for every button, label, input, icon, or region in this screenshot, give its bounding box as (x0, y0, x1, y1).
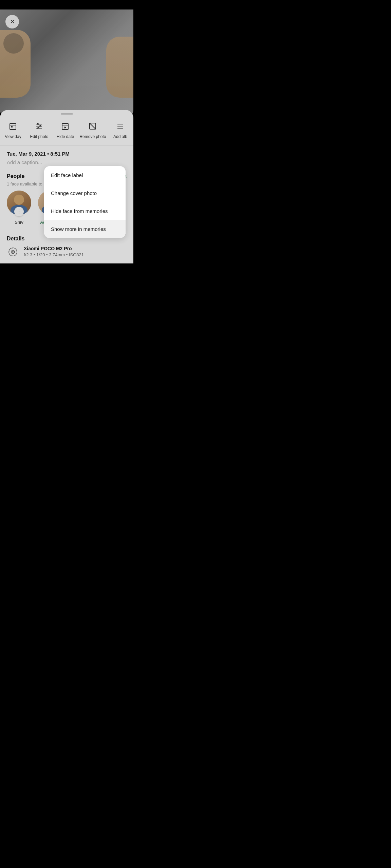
context-menu: Edit face label Change cover photo Hide … (44, 166, 126, 238)
context-menu-item-hide-face[interactable]: Hide face from memories (44, 202, 126, 220)
edit-face-label-text: Edit face label (51, 172, 83, 178)
context-menu-item-show-more[interactable]: Show more in memories (44, 220, 126, 238)
context-menu-item-change-cover[interactable]: Change cover photo (44, 184, 126, 202)
context-menu-overlay[interactable]: Edit face label Change cover photo Hide … (0, 0, 133, 289)
show-more-text: Show more in memories (51, 226, 106, 232)
change-cover-text: Change cover photo (51, 190, 97, 196)
context-menu-item-edit-face-label[interactable]: Edit face label (44, 166, 126, 184)
hide-face-text: Hide face from memories (51, 208, 108, 214)
